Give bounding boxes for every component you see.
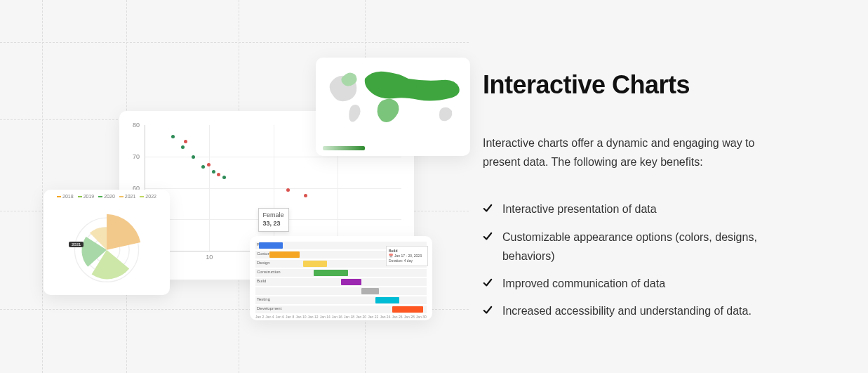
gantt-tick: Jan 4 xyxy=(265,315,274,319)
benefit-text: Customizable appearance options (colors,… xyxy=(502,228,784,266)
y-tick: 80 xyxy=(133,122,140,129)
gantt-tick: Jan 22 xyxy=(368,315,378,319)
gantt-tooltip: Build 📅Jan 17 - 20, 2023 Duration: 4 day xyxy=(386,246,428,266)
data-point xyxy=(181,145,185,149)
gantt-tick: Jan 30 xyxy=(416,315,427,319)
gantt-tooltip-duration: Duration: 4 day xyxy=(389,259,425,263)
gantt-tick: Jan 28 xyxy=(404,315,415,319)
benefit-item: Improved communication of data xyxy=(483,274,784,293)
y-tick: 70 xyxy=(133,153,140,160)
benefits-list: Interactive presentation of data Customi… xyxy=(483,199,840,320)
illustration-area: Female 80 70 60 50 10 20 30 xyxy=(0,0,469,373)
world-map-card xyxy=(316,58,470,156)
data-point xyxy=(222,176,226,179)
data-point xyxy=(217,173,220,176)
check-icon xyxy=(483,301,493,315)
polar-area-icon xyxy=(49,195,164,289)
gantt-task-label: Build xyxy=(257,279,266,283)
gantt-chart-card: Requirement Customer Discussion Design C… xyxy=(250,236,432,320)
data-point xyxy=(212,170,215,174)
gantt-tick: Jan 8 xyxy=(286,315,294,319)
gantt-tick: Jan 16 xyxy=(332,315,342,319)
data-point xyxy=(171,135,175,138)
benefit-item: Customizable appearance options (colors,… xyxy=(483,228,784,266)
gantt-tick: Jan 24 xyxy=(380,315,390,319)
benefit-text: Increased accessibility and understandin… xyxy=(502,301,752,320)
map-legend-gradient xyxy=(323,146,365,150)
data-point xyxy=(304,194,307,197)
gantt-tick: Jan 10 xyxy=(295,315,306,319)
gantt-task-label: Design xyxy=(257,261,270,265)
benefit-item: Interactive presentation of data xyxy=(483,199,784,218)
x-tick: 10 xyxy=(206,254,213,261)
benefit-text: Improved communication of data xyxy=(502,274,665,293)
data-point xyxy=(286,188,290,192)
gantt-tick: Jan 6 xyxy=(276,315,284,319)
gantt-tick: Jan 2 xyxy=(255,315,264,319)
tooltip-series: Female xyxy=(263,211,284,220)
gantt-tick: Jan 18 xyxy=(344,315,354,319)
data-point xyxy=(201,165,205,169)
world-map-icon xyxy=(321,63,465,133)
data-point xyxy=(207,163,211,166)
gantt-tick: Jan 26 xyxy=(392,315,403,319)
content-area: Interactive Charts Interactive charts of… xyxy=(469,0,868,373)
gantt-axis: Jan 2 Jan 4 Jan 6 Jan 8 Jan 10 Jan 12 Ja… xyxy=(255,315,427,319)
gantt-tick: Jan 14 xyxy=(320,315,330,319)
check-icon xyxy=(483,228,493,242)
intro-paragraph: Interactive charts offer a dynamic and e… xyxy=(483,133,784,171)
check-icon xyxy=(483,274,493,288)
data-point xyxy=(184,140,187,143)
gantt-task-label: Development xyxy=(257,306,281,310)
polar-chart-card: 2018 2019 2020 2021 2022 2021 xyxy=(44,190,170,295)
check-icon xyxy=(483,199,493,214)
gantt-tooltip-task: Build xyxy=(389,249,425,254)
page-title: Interactive Charts xyxy=(483,70,840,100)
gantt-tick: Jan 20 xyxy=(356,315,366,319)
gantt-task-label: Construction xyxy=(257,270,281,274)
gantt-tooltip-dates: Jan 17 - 20, 2023 xyxy=(394,254,422,259)
gantt-task-label: Testing xyxy=(257,297,270,301)
benefit-item: Increased accessibility and understandin… xyxy=(483,301,784,320)
tooltip-value: 33, 23 xyxy=(263,220,284,228)
chart-tooltip: Female 33, 23 xyxy=(258,208,289,231)
benefit-text: Interactive presentation of data xyxy=(502,199,657,218)
calendar-icon: 📅 xyxy=(389,254,393,259)
data-point xyxy=(192,155,195,159)
gantt-tick: Jan 12 xyxy=(308,315,319,319)
polar-chip: 2021 xyxy=(69,242,84,247)
